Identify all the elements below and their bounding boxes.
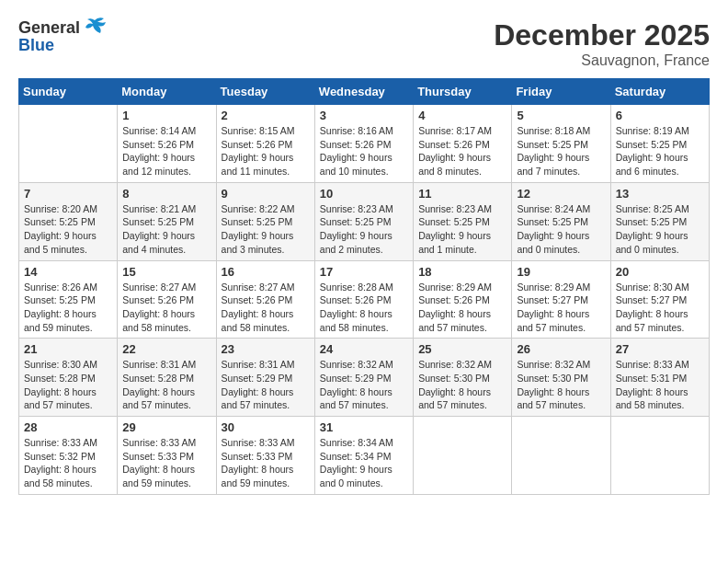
calendar-cell: 28Sunrise: 8:33 AMSunset: 5:32 PMDayligh… — [19, 417, 118, 495]
day-info: Sunrise: 8:30 AMSunset: 5:27 PMDaylight:… — [616, 281, 704, 335]
day-number: 21 — [24, 342, 112, 356]
calendar-table: SundayMondayTuesdayWednesdayThursdayFrid… — [18, 78, 710, 495]
calendar-week-3: 14Sunrise: 8:26 AMSunset: 5:25 PMDayligh… — [19, 260, 710, 339]
logo-bird-icon — [82, 17, 108, 37]
day-number: 27 — [616, 342, 704, 356]
day-number: 5 — [517, 109, 605, 122]
day-number: 28 — [24, 420, 112, 434]
calendar-cell: 7Sunrise: 8:20 AMSunset: 5:25 PMDaylight… — [19, 182, 118, 260]
day-info: Sunrise: 8:27 AMSunset: 5:26 PMDaylight:… — [222, 281, 310, 335]
day-number: 20 — [616, 265, 704, 279]
day-info: Sunrise: 8:30 AMSunset: 5:28 PMDaylight:… — [24, 358, 112, 412]
calendar-week-2: 7Sunrise: 8:20 AMSunset: 5:25 PMDaylight… — [19, 182, 710, 260]
calendar-cell: 19Sunrise: 8:29 AMSunset: 5:27 PMDayligh… — [512, 260, 610, 339]
logo: General Blue — [18, 18, 108, 55]
day-number: 4 — [418, 109, 506, 122]
day-number: 14 — [24, 265, 112, 279]
calendar-cell: 8Sunrise: 8:21 AMSunset: 5:25 PMDaylight… — [118, 182, 216, 260]
day-number: 18 — [418, 265, 506, 279]
day-number: 29 — [122, 420, 210, 434]
calendar-cell: 24Sunrise: 8:32 AMSunset: 5:29 PMDayligh… — [314, 339, 413, 417]
day-info: Sunrise: 8:22 AMSunset: 5:25 PMDaylight:… — [222, 202, 310, 257]
day-number: 16 — [222, 265, 310, 279]
calendar-cell: 6Sunrise: 8:19 AMSunset: 5:25 PMDaylight… — [610, 105, 709, 183]
header-thursday: Thursday — [414, 79, 512, 105]
calendar-cell — [610, 417, 709, 495]
day-info: Sunrise: 8:32 AMSunset: 5:30 PMDaylight:… — [517, 358, 605, 412]
day-number: 6 — [616, 109, 704, 122]
calendar-cell: 13Sunrise: 8:25 AMSunset: 5:25 PMDayligh… — [610, 182, 709, 260]
day-info: Sunrise: 8:23 AMSunset: 5:25 PMDaylight:… — [418, 202, 506, 257]
calendar-cell: 31Sunrise: 8:34 AMSunset: 5:34 PMDayligh… — [314, 417, 413, 495]
calendar-week-5: 28Sunrise: 8:33 AMSunset: 5:32 PMDayligh… — [19, 417, 710, 495]
day-info: Sunrise: 8:33 AMSunset: 5:33 PMDaylight:… — [222, 436, 310, 490]
day-info: Sunrise: 8:20 AMSunset: 5:25 PMDaylight:… — [24, 202, 112, 257]
day-number: 1 — [122, 109, 210, 122]
day-info: Sunrise: 8:33 AMSunset: 5:32 PMDaylight:… — [24, 436, 112, 490]
calendar-cell: 14Sunrise: 8:26 AMSunset: 5:25 PMDayligh… — [19, 260, 118, 339]
calendar-cell: 23Sunrise: 8:31 AMSunset: 5:29 PMDayligh… — [216, 339, 314, 417]
header-monday: Monday — [118, 79, 216, 105]
location: Sauvagnon, France — [494, 52, 710, 69]
calendar-cell: 3Sunrise: 8:16 AMSunset: 5:26 PMDaylight… — [314, 105, 413, 183]
day-info: Sunrise: 8:21 AMSunset: 5:25 PMDaylight:… — [122, 202, 210, 257]
calendar-cell: 20Sunrise: 8:30 AMSunset: 5:27 PMDayligh… — [610, 260, 709, 339]
day-info: Sunrise: 8:24 AMSunset: 5:25 PMDaylight:… — [517, 202, 605, 257]
day-info: Sunrise: 8:32 AMSunset: 5:30 PMDaylight:… — [418, 358, 506, 412]
day-info: Sunrise: 8:15 AMSunset: 5:26 PMDaylight:… — [222, 124, 310, 178]
calendar-cell: 11Sunrise: 8:23 AMSunset: 5:25 PMDayligh… — [414, 182, 512, 260]
day-info: Sunrise: 8:19 AMSunset: 5:25 PMDaylight:… — [616, 124, 704, 178]
calendar-cell: 29Sunrise: 8:33 AMSunset: 5:33 PMDayligh… — [118, 417, 216, 495]
logo-blue-text: Blue — [18, 36, 54, 55]
header-tuesday: Tuesday — [216, 79, 314, 105]
day-number: 11 — [418, 187, 506, 201]
day-info: Sunrise: 8:31 AMSunset: 5:28 PMDaylight:… — [122, 358, 210, 412]
day-info: Sunrise: 8:27 AMSunset: 5:26 PMDaylight:… — [122, 281, 210, 335]
day-number: 17 — [320, 265, 408, 279]
calendar-cell: 4Sunrise: 8:17 AMSunset: 5:26 PMDaylight… — [414, 105, 512, 183]
day-number: 22 — [122, 342, 210, 356]
day-number: 3 — [320, 109, 408, 122]
header-sunday: Sunday — [19, 79, 118, 105]
calendar-week-4: 21Sunrise: 8:30 AMSunset: 5:28 PMDayligh… — [19, 339, 710, 417]
calendar-cell: 22Sunrise: 8:31 AMSunset: 5:28 PMDayligh… — [118, 339, 216, 417]
day-info: Sunrise: 8:14 AMSunset: 5:26 PMDaylight:… — [122, 124, 210, 178]
day-info: Sunrise: 8:17 AMSunset: 5:26 PMDaylight:… — [418, 124, 506, 178]
calendar-cell: 2Sunrise: 8:15 AMSunset: 5:26 PMDaylight… — [216, 105, 314, 183]
day-number: 10 — [320, 187, 408, 201]
day-info: Sunrise: 8:32 AMSunset: 5:29 PMDaylight:… — [320, 358, 408, 412]
day-info: Sunrise: 8:33 AMSunset: 5:33 PMDaylight:… — [122, 436, 210, 490]
day-number: 15 — [122, 265, 210, 279]
header-friday: Friday — [512, 79, 610, 105]
calendar-cell — [414, 417, 512, 495]
day-number: 26 — [517, 342, 605, 356]
day-info: Sunrise: 8:31 AMSunset: 5:29 PMDaylight:… — [222, 358, 310, 412]
logo-general-text: General — [18, 18, 80, 38]
calendar-week-1: 1Sunrise: 8:14 AMSunset: 5:26 PMDaylight… — [19, 105, 710, 183]
calendar-cell: 25Sunrise: 8:32 AMSunset: 5:30 PMDayligh… — [414, 339, 512, 417]
calendar-cell: 9Sunrise: 8:22 AMSunset: 5:25 PMDaylight… — [216, 182, 314, 260]
calendar-cell — [512, 417, 610, 495]
page-header: General Blue December 2025 Sauvagnon, Fr… — [18, 18, 710, 69]
day-number: 2 — [222, 109, 310, 122]
calendar-cell: 15Sunrise: 8:27 AMSunset: 5:26 PMDayligh… — [118, 260, 216, 339]
day-info: Sunrise: 8:16 AMSunset: 5:26 PMDaylight:… — [320, 124, 408, 178]
day-number: 12 — [517, 187, 605, 201]
day-info: Sunrise: 8:29 AMSunset: 5:27 PMDaylight:… — [517, 281, 605, 335]
calendar-cell: 12Sunrise: 8:24 AMSunset: 5:25 PMDayligh… — [512, 182, 610, 260]
calendar-cell: 10Sunrise: 8:23 AMSunset: 5:25 PMDayligh… — [314, 182, 413, 260]
day-number: 7 — [24, 187, 112, 201]
day-number: 9 — [222, 187, 310, 201]
month-title: December 2025 — [494, 18, 710, 52]
day-info: Sunrise: 8:33 AMSunset: 5:31 PMDaylight:… — [616, 358, 704, 412]
calendar-cell — [19, 105, 118, 183]
title-section: December 2025 Sauvagnon, France — [494, 18, 710, 69]
calendar-cell: 16Sunrise: 8:27 AMSunset: 5:26 PMDayligh… — [216, 260, 314, 339]
day-info: Sunrise: 8:26 AMSunset: 5:25 PMDaylight:… — [24, 281, 112, 335]
calendar-cell: 30Sunrise: 8:33 AMSunset: 5:33 PMDayligh… — [216, 417, 314, 495]
calendar-cell: 27Sunrise: 8:33 AMSunset: 5:31 PMDayligh… — [610, 339, 709, 417]
calendar-cell: 18Sunrise: 8:29 AMSunset: 5:26 PMDayligh… — [414, 260, 512, 339]
day-info: Sunrise: 8:18 AMSunset: 5:25 PMDaylight:… — [517, 124, 605, 178]
day-number: 19 — [517, 265, 605, 279]
day-number: 25 — [418, 342, 506, 356]
